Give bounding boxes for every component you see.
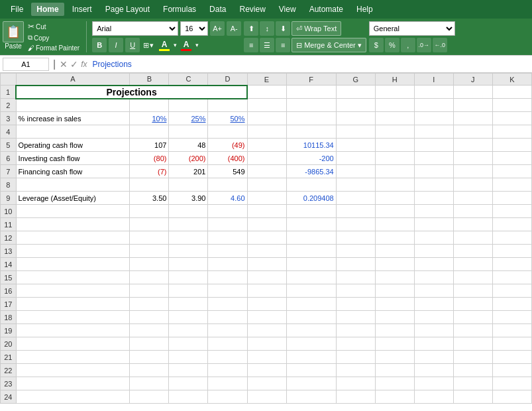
cell-r3-c4[interactable]: 50% <box>208 112 247 125</box>
cell-r10-c2[interactable] <box>130 205 169 218</box>
cell-empty[interactable] <box>336 231 375 245</box>
cell-empty[interactable] <box>453 245 492 258</box>
row-header-5[interactable]: 5 <box>1 139 17 152</box>
cell-r6-c4[interactable]: (400) <box>208 152 247 165</box>
cell-empty[interactable] <box>492 271 531 284</box>
cell-empty[interactable] <box>208 337 247 351</box>
cell-empty[interactable] <box>414 298 453 311</box>
cell-empty[interactable] <box>453 324 492 337</box>
cell-empty[interactable] <box>130 271 169 284</box>
cell-empty[interactable] <box>453 218 492 231</box>
cell-empty[interactable] <box>492 152 531 165</box>
cell-empty[interactable] <box>130 364 169 377</box>
cell-empty[interactable] <box>492 351 531 364</box>
cell-empty[interactable] <box>286 218 336 231</box>
cell-r10-c8[interactable] <box>375 205 414 218</box>
cell-empty[interactable] <box>208 364 247 377</box>
formula-cancel-button[interactable]: ✕ <box>60 59 68 70</box>
cell-empty[interactable] <box>375 284 414 298</box>
font-color-chevron[interactable]: ▾ <box>195 42 199 48</box>
borders-button[interactable]: ⊞ ▾ <box>142 40 155 50</box>
col-header-F[interactable]: F <box>286 74 336 86</box>
cell-r2-c1[interactable] <box>16 99 130 112</box>
cell-empty[interactable] <box>375 390 414 404</box>
cell-empty[interactable] <box>16 324 130 337</box>
cell-r3-c2[interactable]: 10% <box>130 112 169 125</box>
bold-button[interactable]: B <box>92 38 107 52</box>
cell-r3-c6[interactable] <box>286 112 336 125</box>
cut-button[interactable]: ✂ Cut <box>27 21 81 32</box>
cell-r6-c1[interactable]: Investing cash flow <box>16 152 130 165</box>
cell-empty[interactable] <box>169 271 208 284</box>
cell-empty[interactable] <box>286 377 336 390</box>
cell-r4-c5[interactable] <box>247 125 286 139</box>
cell-r10-c10[interactable] <box>453 205 492 218</box>
cell-empty[interactable] <box>492 218 531 231</box>
col-header-A[interactable]: A <box>16 74 130 86</box>
cell-r3-c9[interactable] <box>414 112 453 125</box>
cell-empty[interactable] <box>336 271 375 284</box>
cell-empty[interactable] <box>286 86 336 99</box>
col-header-G[interactable]: G <box>336 74 375 86</box>
cell-empty[interactable] <box>453 390 492 404</box>
cell-empty[interactable] <box>208 298 247 311</box>
cell-empty[interactable] <box>130 258 169 271</box>
cell-empty[interactable] <box>375 311 414 324</box>
cell-r3-c1[interactable]: % increase in sales <box>16 112 130 125</box>
cell-empty[interactable] <box>208 377 247 390</box>
cell-r4-c7[interactable] <box>336 125 375 139</box>
cell-r6-c8[interactable] <box>375 152 414 165</box>
menu-file[interactable]: File <box>5 3 28 16</box>
cell-r8-c2[interactable] <box>130 178 169 192</box>
cell-r6-c10[interactable] <box>453 152 492 165</box>
cell-r7-c9[interactable] <box>414 165 453 178</box>
cell-empty[interactable] <box>336 377 375 390</box>
align-center-button[interactable]: ☰ <box>260 38 274 52</box>
cell-empty[interactable] <box>375 218 414 231</box>
cell-r2-c7[interactable] <box>336 99 375 112</box>
cell-empty[interactable] <box>16 245 130 258</box>
cell-empty[interactable] <box>286 390 336 404</box>
cell-r3-c3[interactable]: 25% <box>169 112 208 125</box>
cell-empty[interactable] <box>492 284 531 298</box>
cell-r8-c10[interactable] <box>453 178 492 192</box>
cell-empty[interactable] <box>414 324 453 337</box>
cell-empty[interactable] <box>453 284 492 298</box>
cell-empty[interactable] <box>336 311 375 324</box>
cell-r4-c10[interactable] <box>453 125 492 139</box>
cell-empty[interactable] <box>169 311 208 324</box>
col-header-C[interactable]: C <box>169 74 208 86</box>
font-family-select[interactable]: Arial <box>92 21 178 36</box>
cell-r2-c8[interactable] <box>375 99 414 112</box>
cell-empty[interactable] <box>130 324 169 337</box>
cell-empty[interactable] <box>208 245 247 258</box>
cell-empty[interactable] <box>286 298 336 311</box>
cell-r5-c7[interactable] <box>336 139 375 152</box>
cell-empty[interactable] <box>336 337 375 351</box>
cell-empty[interactable] <box>375 271 414 284</box>
cell-r10-c7[interactable] <box>336 205 375 218</box>
cell-r4-c6[interactable] <box>286 125 336 139</box>
cell-empty[interactable] <box>247 245 286 258</box>
cell-empty[interactable] <box>336 298 375 311</box>
cell-empty[interactable] <box>492 112 531 125</box>
cell-r10-c5[interactable] <box>247 205 286 218</box>
cell-r4-c3[interactable] <box>169 125 208 139</box>
cell-r8-c8[interactable] <box>375 178 414 192</box>
cell-empty[interactable] <box>336 351 375 364</box>
cell-empty[interactable] <box>208 390 247 404</box>
cell-empty[interactable] <box>247 231 286 245</box>
cell-empty[interactable] <box>375 377 414 390</box>
cell-r8-c4[interactable] <box>208 178 247 192</box>
cell-empty[interactable] <box>130 245 169 258</box>
menu-home[interactable]: Home <box>31 3 64 16</box>
cell-r5-c2[interactable]: 107 <box>130 139 169 152</box>
cell-r2-c10[interactable] <box>453 99 492 112</box>
cell-empty[interactable] <box>169 284 208 298</box>
row-header-18[interactable]: 18 <box>1 311 17 324</box>
cell-empty[interactable] <box>453 258 492 271</box>
cell-empty[interactable] <box>169 324 208 337</box>
menu-insert[interactable]: Insert <box>67 3 97 16</box>
cell-empty[interactable] <box>169 298 208 311</box>
cell-r8-c7[interactable] <box>336 178 375 192</box>
